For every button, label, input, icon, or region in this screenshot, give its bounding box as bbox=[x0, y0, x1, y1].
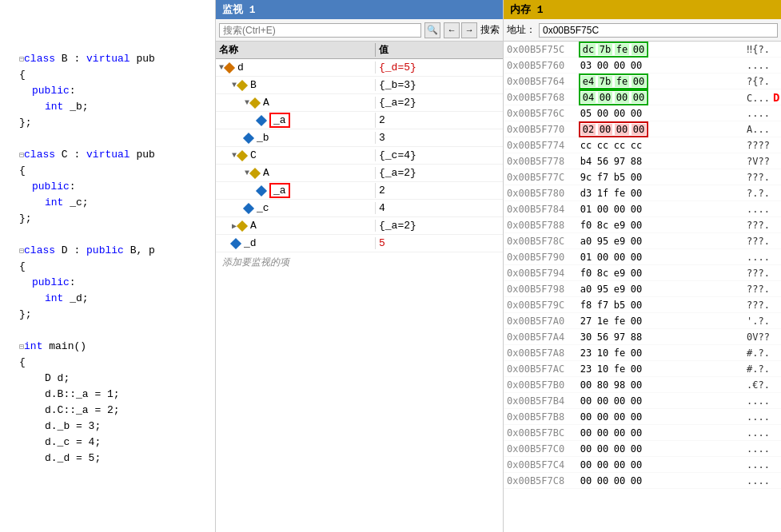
mem-bytes-group: 00000000 bbox=[579, 411, 742, 423]
watch-row[interactable]: ▼C{_c=4} bbox=[216, 147, 503, 165]
mem-addr: 0x00B5F7A4 bbox=[507, 332, 579, 343]
blue-diamond-icon bbox=[230, 237, 241, 248]
mem-addr: 0x00B5F784 bbox=[507, 204, 579, 215]
watch-value-cell: 5 bbox=[376, 237, 389, 249]
mem-bytes-group: 05000000 bbox=[579, 108, 742, 119]
watch-name-cell: ▼A bbox=[216, 97, 376, 109]
mem-addr: 0x00B5F770 bbox=[507, 124, 579, 135]
mem-byte: 00 bbox=[629, 316, 644, 327]
mem-ascii: #.?. bbox=[742, 347, 778, 359]
mem-addr: 0x00B5F77C bbox=[507, 172, 579, 183]
watch-row[interactable]: ▼A{_a=2} bbox=[216, 94, 503, 112]
memory-row: 0x00B5F7C000000000.... bbox=[504, 441, 781, 457]
code-text: public: bbox=[16, 179, 76, 195]
blue-diamond-icon bbox=[243, 132, 254, 143]
mem-byte: e9 bbox=[612, 268, 627, 279]
code-text: d._b = 3; bbox=[16, 419, 101, 435]
mem-byte: fe bbox=[612, 363, 627, 375]
watch-row[interactable]: ▼d{_d=5} bbox=[216, 59, 503, 77]
code-line: d._d = 5; bbox=[0, 451, 215, 466]
mem-byte: 00 bbox=[596, 427, 610, 439]
mem-bytes-group: 2310fe00 bbox=[579, 347, 742, 359]
next-result-btn[interactable]: → bbox=[461, 22, 477, 38]
mem-ascii: 0V?? bbox=[742, 332, 778, 343]
memory-row: 0x00B5F794f08ce900???. bbox=[504, 265, 781, 281]
code-text: int _d; bbox=[16, 291, 89, 307]
mem-ascii: .... bbox=[742, 427, 778, 439]
mem-addr: 0x00B5F780 bbox=[507, 188, 579, 199]
watch-row[interactable]: _d5 bbox=[216, 235, 503, 252]
mem-byte: 00 bbox=[596, 411, 610, 423]
mem-addr: 0x00B5F79C bbox=[507, 300, 579, 311]
mem-byte: 00 bbox=[632, 76, 646, 87]
mem-byte: 97 bbox=[612, 156, 627, 167]
mem-byte: fe bbox=[615, 76, 629, 87]
mem-byte: 97 bbox=[612, 332, 627, 343]
watch-item-name: A bbox=[263, 97, 269, 109]
mem-byte: 03 bbox=[579, 60, 593, 71]
mem-addr: 0x00B5F7A0 bbox=[507, 316, 579, 327]
code-line: ⊟class B : virtual pub bbox=[0, 51, 215, 67]
memory-row: 0x00B5F79001000000.... bbox=[504, 249, 781, 265]
mem-byte: 00 bbox=[598, 124, 612, 135]
prev-result-btn[interactable]: ← bbox=[444, 22, 460, 38]
mem-byte: 00 bbox=[612, 475, 627, 486]
mem-ascii: .... bbox=[742, 395, 778, 407]
code-text: public: bbox=[16, 275, 76, 291]
search-label: 搜索 bbox=[480, 23, 500, 37]
mem-byte: 8c bbox=[596, 220, 610, 231]
mem-byte: 00 bbox=[629, 395, 644, 407]
watch-row[interactable]: ▶A{_a=2} bbox=[216, 217, 503, 235]
d-label: D bbox=[773, 91, 779, 104]
code-line: public: bbox=[0, 179, 215, 195]
mem-byte-highlight-group: 04000000 bbox=[579, 89, 648, 105]
mem-byte: b5 bbox=[612, 300, 627, 311]
mem-byte: 00 bbox=[629, 220, 644, 231]
watch-row[interactable]: ▼A{_a=2} bbox=[216, 165, 503, 182]
mem-byte: 05 bbox=[579, 108, 593, 119]
mem-byte: 00 bbox=[629, 188, 644, 199]
code-line: { bbox=[0, 163, 215, 179]
watch-item-name: _a bbox=[273, 185, 286, 197]
add-watch-item[interactable]: 添加要监视的项 bbox=[216, 252, 503, 272]
mem-byte: 00 bbox=[596, 204, 610, 215]
mem-bytes-group: f08ce900 bbox=[579, 268, 742, 279]
mem-bytes-group: 271efe00 bbox=[579, 316, 742, 327]
addr-input[interactable] bbox=[539, 23, 778, 38]
mem-addr: 0x00B5F774 bbox=[507, 140, 579, 151]
code-text: D d; bbox=[16, 371, 70, 387]
mem-addr: 0x00B5F788 bbox=[507, 220, 579, 231]
mem-ascii: #.?. bbox=[742, 363, 778, 375]
watch-value-cell: {_c=4} bbox=[376, 149, 420, 161]
mem-addr: 0x00B5F7B8 bbox=[507, 411, 579, 423]
mem-byte: 00 bbox=[612, 459, 627, 470]
code-line: d._b = 3; bbox=[0, 419, 215, 435]
mem-bytes-group: 00000000 bbox=[579, 459, 742, 470]
watch-row[interactable]: _a2 bbox=[216, 182, 503, 200]
mem-byte: 00 bbox=[632, 92, 646, 103]
mem-byte: 00 bbox=[596, 395, 610, 407]
mem-addr: 0x00B5F7B4 bbox=[507, 395, 579, 407]
mem-byte: 00 bbox=[629, 108, 644, 119]
mem-ascii: ???. bbox=[742, 220, 778, 231]
memory-row: 0x00B5F76804000000C...D bbox=[504, 89, 781, 105]
watch-name-cell: ▼A bbox=[216, 167, 376, 179]
mem-byte: d3 bbox=[579, 188, 593, 199]
mem-bytes-group: 00000000 bbox=[579, 443, 742, 455]
watch-row[interactable]: ▼B{_b=3} bbox=[216, 77, 503, 94]
code-text: d.B::_a = 1; bbox=[16, 387, 120, 403]
mem-byte: 01 bbox=[579, 252, 593, 263]
mem-addr: 0x00B5F75C bbox=[507, 44, 579, 55]
mem-byte: cc bbox=[612, 140, 627, 151]
mem-byte: f8 bbox=[579, 300, 593, 311]
mem-byte: fe bbox=[612, 188, 627, 199]
watch-row[interactable]: _c4 bbox=[216, 200, 503, 217]
watch-row[interactable]: _b3 bbox=[216, 129, 503, 147]
watch-row[interactable]: _a2 bbox=[216, 112, 503, 129]
blue-diamond-icon bbox=[256, 185, 267, 196]
watch-search-input[interactable] bbox=[219, 23, 421, 38]
search-icon-btn[interactable]: 🔍 bbox=[424, 22, 440, 38]
mem-byte: 56 bbox=[596, 156, 610, 167]
mem-bytes-group: e47bfe00 bbox=[579, 73, 742, 89]
code-line: ⊟class C : virtual pub bbox=[0, 147, 215, 163]
